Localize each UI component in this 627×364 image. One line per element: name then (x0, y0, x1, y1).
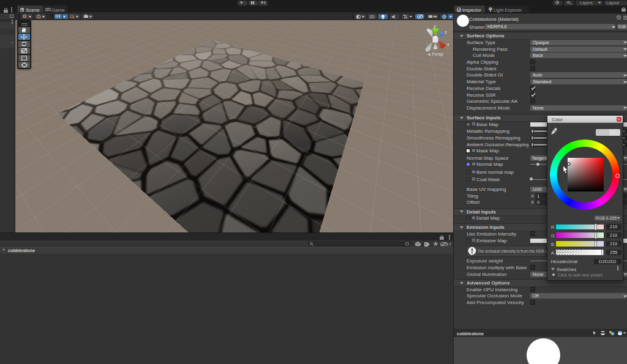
svg-text:z: z (445, 30, 448, 34)
svg-text:y: y (434, 24, 437, 29)
svg-text:x: x (447, 42, 449, 46)
